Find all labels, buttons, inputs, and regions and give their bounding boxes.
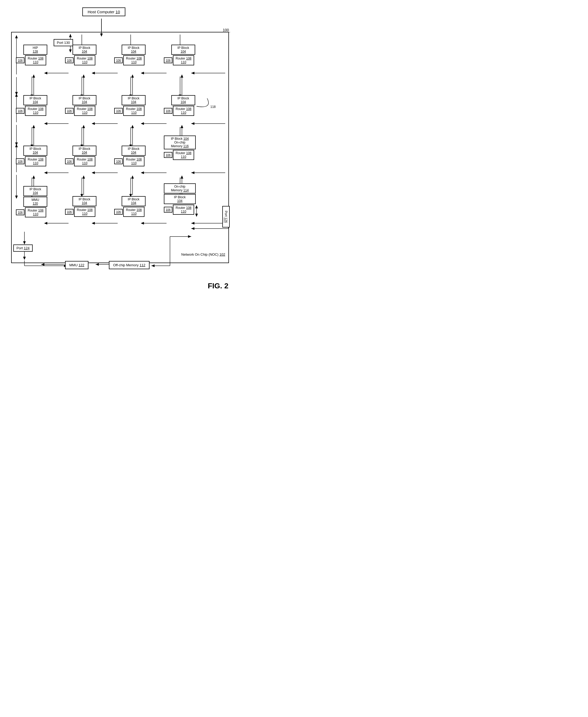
node-3-0: IP Block104 MMU120 106 Router 108 110 bbox=[16, 186, 47, 218]
node-1-1: IP Block104 106 Router 108 110 bbox=[65, 95, 97, 116]
node-3-2: IP Block104 106 Router 108 110 bbox=[114, 196, 146, 217]
ip-block-3-3: IP Block104 bbox=[164, 194, 196, 204]
node-1-0: IP Block104 106 Router 108 110 bbox=[16, 95, 47, 116]
iface-1-1: 106 bbox=[65, 108, 74, 114]
port-126: Port 126 bbox=[222, 206, 230, 227]
router-0-2: Router 108 110 bbox=[123, 55, 144, 65]
router-2-1: Router 108 110 bbox=[74, 156, 95, 166]
iface-box-0-0: 106 bbox=[16, 57, 24, 63]
router-3-3: Router 108 110 bbox=[173, 205, 194, 215]
node-3-1: IP Block104 106 Router 108 110 bbox=[65, 196, 97, 217]
host-computer-label: Host Computer 10 bbox=[88, 9, 120, 14]
router-1-2: Router 108 110 bbox=[123, 106, 144, 116]
ip-block-3-1: IP Block104 bbox=[72, 196, 97, 206]
router-3-0: Router 108 110 bbox=[25, 207, 46, 218]
node-0-0: HIP128 106 Router 108 110 bbox=[16, 45, 47, 65]
noc-label: Network On Chip (NOC) 102 bbox=[182, 252, 225, 257]
node-1-3: IP Block104 106 Router 108 110 bbox=[164, 95, 195, 116]
ip-block-3-0-special: IP Block104 bbox=[23, 186, 47, 196]
ip-block-0-2: IP Block104 bbox=[122, 45, 146, 55]
ip-block-2-1: IP Block104 bbox=[72, 146, 97, 156]
off-chip-memory-box: Off-chip Memory 112 bbox=[109, 261, 149, 269]
svg-marker-112 bbox=[96, 263, 99, 266]
mmu-120-box: MMU120 bbox=[23, 197, 47, 207]
host-computer-box: Host Computer 10 bbox=[82, 7, 125, 16]
ip-block-2-2: IP Block104 bbox=[122, 146, 146, 156]
iface-3-1: 106 bbox=[65, 209, 74, 215]
iface-2-3: 106 bbox=[164, 152, 172, 158]
iface-0-3: 106 bbox=[164, 57, 172, 63]
node-1-2: IP Block104 106 Router 108 110 bbox=[114, 95, 146, 116]
node-2-3: IP Block 104 On-chipMemory 116 106 Route… bbox=[164, 136, 196, 160]
hip-block: HIP128 bbox=[23, 45, 47, 55]
iface-1-3: 106 bbox=[164, 108, 172, 114]
ip-block-2-0: IP Block104 bbox=[23, 146, 47, 156]
node-2-2: IP Block104 106 Router 108 110 bbox=[114, 146, 146, 166]
on-chip-memory-114: On-chipMemory 114 bbox=[164, 183, 196, 193]
fig-label: FIG. 2 bbox=[208, 282, 228, 290]
ip-block-3-2: IP Block104 bbox=[122, 196, 146, 206]
svg-marker-124 bbox=[151, 264, 154, 267]
router-2-2: Router 108 110 bbox=[123, 156, 144, 166]
label-118: 118 bbox=[210, 105, 216, 109]
router-3-2: Router 108 110 bbox=[123, 207, 144, 217]
iface-2-1: 106 bbox=[65, 158, 74, 164]
node-2-1: IP Block104 106 Router 108 110 bbox=[65, 146, 97, 166]
ip-block-1-2: IP Block104 bbox=[122, 95, 146, 105]
label-100: 100 bbox=[223, 28, 229, 32]
router-box-0-0: Router 108 110 bbox=[25, 55, 46, 65]
iface-3-3: 106 bbox=[164, 207, 172, 212]
ip-block-2-3-special: IP Block 104 On-chipMemory 116 bbox=[164, 136, 196, 149]
router-0-3: Router 108 110 bbox=[173, 55, 194, 65]
iface-3-0: 106 bbox=[16, 209, 24, 215]
node-0-2: IP Block104 106 Router 108 110 bbox=[114, 45, 146, 65]
router-1-3: Router 108 110 bbox=[173, 106, 194, 116]
ip-block-0-1: IP Block104 bbox=[72, 45, 97, 55]
node-0-1: IP Block104 106 Router 108 110 bbox=[65, 45, 97, 65]
node-2-0: IP Block104 106 Router 108 110 bbox=[16, 146, 47, 166]
router-1-1: Router 108 110 bbox=[74, 106, 95, 116]
ip-block-1-3: IP Block104 bbox=[171, 95, 195, 105]
ip-block-0-3: IP Block104 bbox=[171, 45, 195, 55]
node-0-3: IP Block104 106 Router 108 110 bbox=[164, 45, 195, 65]
mmu-122-box: MMU 122 bbox=[65, 261, 88, 269]
iface-1-2: 106 bbox=[114, 108, 123, 114]
iface-0-2: 106 bbox=[114, 57, 123, 63]
iface-2-2: 106 bbox=[114, 158, 123, 164]
ip-block-1-0: IP Block104 bbox=[23, 95, 47, 105]
router-2-3: Router 108 110 bbox=[173, 150, 194, 160]
ip-block-1-1: IP Block104 bbox=[72, 95, 97, 105]
node-3-3: On-chipMemory 114 IP Block104 106 Router… bbox=[164, 183, 196, 215]
svg-marker-110 bbox=[41, 263, 44, 266]
port-124: Port 124 bbox=[13, 245, 33, 252]
iface-2-0: 106 bbox=[16, 158, 24, 164]
iface-3-2: 106 bbox=[114, 209, 123, 215]
router-2-0: Router 108 110 bbox=[25, 156, 46, 166]
iface-1-0: 106 bbox=[16, 108, 24, 114]
router-1-0: Router 108 110 bbox=[25, 106, 46, 116]
iface-0-1: 106 bbox=[65, 57, 74, 63]
router-3-1: Router 108 110 bbox=[74, 207, 95, 217]
router-0-1: Router 108 110 bbox=[74, 55, 95, 65]
